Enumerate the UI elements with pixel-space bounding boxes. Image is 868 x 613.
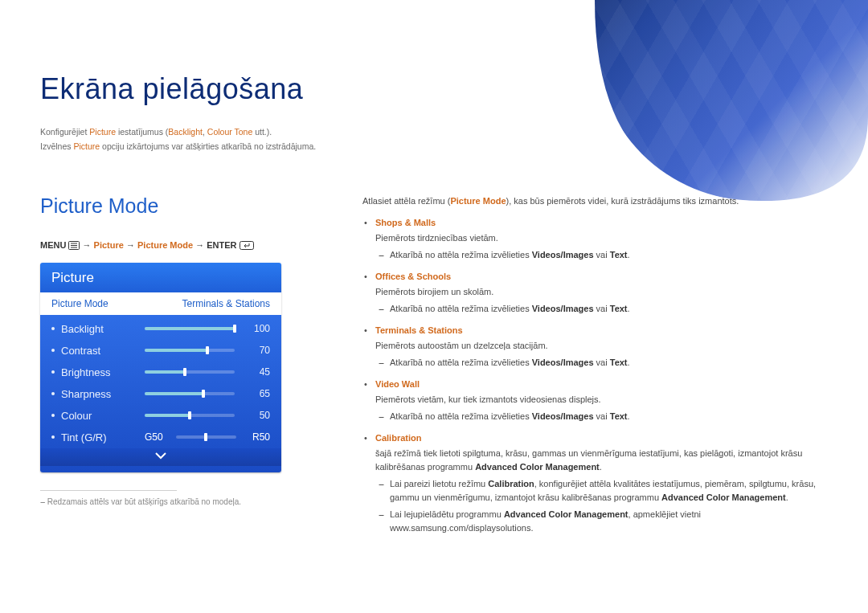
intro-text-part: Konfigurējiet <box>40 127 89 137</box>
slider-fill <box>145 349 207 352</box>
slider-fill <box>145 392 203 395</box>
menu-label: MENU <box>40 240 66 250</box>
mode-sub-item: Lai pareizi lietotu režīmu Calibration, … <box>390 477 828 505</box>
mode-sub-item: Atkarībā no attēla režīma izvēlieties Vi… <box>390 356 828 370</box>
osd-item-name: Contrast <box>61 345 145 357</box>
footnote: ‒ Redzamais attēls var būt atšķirīgs atk… <box>40 497 326 506</box>
lead-text: ), kas būs piemērots videi, kurā izstrād… <box>506 196 739 206</box>
lead-highlight: Picture Mode <box>450 196 506 206</box>
intro-highlight: Picture <box>89 127 116 137</box>
tint-slider[interactable] <box>176 435 236 439</box>
mode-desc: Piemērots vietām, kur tiek izmantots vid… <box>375 393 828 407</box>
bullet-icon <box>51 414 55 417</box>
arrow: → <box>195 240 204 250</box>
osd-item-value: 70 <box>243 345 270 356</box>
mode-item: Offices & SchoolsPiemērots birojiem un s… <box>362 270 828 316</box>
osd-slider-row[interactable]: Sharpness65 <box>40 383 281 405</box>
osd-slider-row[interactable]: Colour50 <box>40 405 281 427</box>
tint-g-value: G50 <box>145 431 163 443</box>
intro-highlight: Colour Tone <box>207 127 252 137</box>
arrow: → <box>126 240 135 250</box>
osd-panel: Picture Picture Mode Terminals & Station… <box>40 263 281 472</box>
osd-body: Backlight100Contrast70Brightness45Sharpn… <box>40 315 281 472</box>
mode-desc: Piemērots birojiem un skolām. <box>375 285 828 299</box>
bullet-icon <box>51 349 55 352</box>
mode-sub-item: Atkarībā no attēla režīma izvēlieties Vi… <box>390 302 828 316</box>
intro-highlight: Picture <box>73 141 100 151</box>
mode-name: Video Wall <box>375 379 420 389</box>
osd-tint-row[interactable]: Tint (G/R) G50 R50 <box>40 427 281 448</box>
osd-item-value: 50 <box>243 410 270 421</box>
mode-desc: šajā režīmā tiek lietoti spilgtuma, krās… <box>375 447 828 474</box>
osd-scroll-down[interactable] <box>40 448 281 466</box>
lead-text: Atlasiet attēla režīmu ( <box>362 196 450 206</box>
menu-path: MENU → Picture → Picture Mode → ENTER <box>40 240 326 251</box>
path-part: Picture Mode <box>137 240 193 250</box>
description-column: Atlasiet attēla režīmu (Picture Mode), k… <box>362 194 828 537</box>
mode-desc: Piemērots tirdzniecības vietām. <box>375 231 828 245</box>
enter-label: ENTER <box>207 240 236 250</box>
osd-item-value: 45 <box>243 366 270 378</box>
mode-name: Offices & Schools <box>375 272 451 281</box>
osd-item-value: 65 <box>243 388 270 399</box>
divider <box>40 490 177 491</box>
osd-slider[interactable] <box>145 327 235 330</box>
osd-slider-row[interactable]: Contrast70 <box>40 340 281 362</box>
mode-sub-item: Lai lejupielādētu programmu Advanced Col… <box>390 508 828 535</box>
mode-sub-item: Atkarībā no attēla režīma izvēlieties Vi… <box>390 248 828 262</box>
mode-name: Terminals & Stations <box>375 325 463 335</box>
section-title: Picture Mode <box>40 194 326 218</box>
mode-item: Shops & MallsPiemērots tirdzniecības vie… <box>362 216 828 262</box>
intro-text-part: opciju izkārtojums var atšķirties atkarī… <box>100 141 316 151</box>
mode-desc: Piemērots autoostām un dzelzceļa stacijā… <box>375 339 828 353</box>
osd-mode-row[interactable]: Picture Mode Terminals & Stations <box>40 292 281 315</box>
slider-fill <box>145 327 235 330</box>
osd-item-name: Backlight <box>61 323 145 335</box>
slider-knob <box>202 390 205 398</box>
osd-item-name: Colour <box>61 410 145 422</box>
intro-text-part: iestatījumus ( <box>116 127 168 137</box>
osd-header: Picture <box>40 263 281 292</box>
slider-knob <box>188 411 191 419</box>
tint-r-value: R50 <box>243 431 270 443</box>
mode-item: Calibrationšajā režīmā tiek lietoti spil… <box>362 431 828 534</box>
osd-item-name: Tint (G/R) <box>61 431 145 443</box>
menu-icon <box>68 241 80 251</box>
osd-mode-label: Picture Mode <box>51 298 108 309</box>
chevron-down-icon <box>154 452 168 460</box>
mode-item: Terminals & StationsPiemērots autoostām … <box>362 324 828 370</box>
slider-knob <box>206 346 209 354</box>
mode-name: Calibration <box>375 433 421 443</box>
mode-name: Shops & Malls <box>375 218 436 227</box>
osd-slider[interactable] <box>145 370 235 374</box>
osd-item-value: 100 <box>243 323 270 334</box>
slider-knob <box>204 433 207 441</box>
bullet-icon <box>51 435 55 439</box>
bullet-icon <box>51 370 55 374</box>
bullet-icon <box>51 392 55 395</box>
mode-item: Video WallPiemērots vietām, kur tiek izm… <box>362 378 828 423</box>
arrow: → <box>83 240 92 250</box>
slider-fill <box>145 370 185 374</box>
osd-slider-row[interactable]: Brightness45 <box>40 362 281 383</box>
osd-mode-value: Terminals & Stations <box>182 298 270 309</box>
enter-icon <box>240 241 254 251</box>
mode-sub-item: Atkarībā no attēla režīma izvēlieties Vi… <box>390 410 828 423</box>
osd-slider[interactable] <box>145 392 235 395</box>
osd-slider-row[interactable]: Backlight100 <box>40 318 281 340</box>
bullet-icon <box>51 327 55 330</box>
osd-slider[interactable] <box>145 414 235 417</box>
slider-knob <box>233 325 236 333</box>
intro-text-part: utt.). <box>252 127 272 137</box>
intro-text-part: Izvēlnes <box>40 141 73 151</box>
osd-item-name: Sharpness <box>61 388 145 400</box>
osd-slider[interactable] <box>145 349 235 352</box>
slider-knob <box>183 368 186 376</box>
osd-item-name: Brightness <box>61 366 145 378</box>
slider-fill <box>145 414 190 417</box>
intro-highlight: Backlight <box>168 127 203 137</box>
path-part: Picture <box>94 240 124 250</box>
